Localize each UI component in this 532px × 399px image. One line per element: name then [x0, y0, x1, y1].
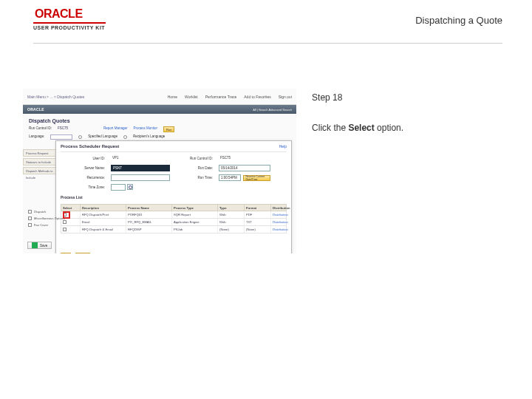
type-1[interactable]: (None) [218, 226, 245, 233]
side-tab-methods[interactable]: Dispatch Methods to Include [23, 167, 58, 174]
fax-label: Fax Cover [34, 223, 48, 227]
server-name-input[interactable]: PSNT [111, 165, 170, 171]
process-row-3: RFQ Dispatch & Email RFQDISP PSJob (None… [61, 226, 287, 233]
recurrence-label: Recurrence: [61, 176, 105, 180]
nav-worklist[interactable]: Worklist [185, 95, 198, 99]
desc-3: RFQ Dispatch & Email [81, 226, 126, 233]
nav-home[interactable]: Home [168, 95, 177, 99]
logo-underline [33, 22, 106, 24]
side-tab-process-request[interactable]: Process Request [23, 149, 58, 157]
type-2[interactable]: Web [218, 219, 245, 225]
step-text-prefix: Click the [312, 123, 348, 133]
run-time-input[interactable]: 1:00:54PM [219, 174, 241, 181]
pname-2: PO_RFQ_EMAIL [126, 219, 172, 225]
run-control-label: Run Control ID: [29, 126, 52, 132]
save-button[interactable]: Save [27, 242, 52, 249]
product-name: USER PRODUCTIVITY KIT [33, 25, 106, 30]
nav-fav[interactable]: Add to Favorites [244, 95, 270, 99]
ptype-2: Application Engine [172, 219, 218, 225]
reset-datetime-button[interactable]: Reset to Current Date/Time [243, 175, 271, 181]
specified-lang-label: Specified Language [88, 134, 117, 140]
app-brand-search[interactable]: All | Search Advanced Search [253, 108, 292, 112]
ok-button[interactable]: OK [61, 253, 71, 254]
step-label: Step 18 [312, 92, 502, 103]
recipient-lang-radio[interactable] [123, 135, 127, 139]
oracle-logo: ORACLE [33, 7, 106, 21]
step-text-suffix: option. [375, 123, 403, 133]
run-ctrl-value2: FSC75 [219, 155, 270, 162]
user-id-label: User ID: [61, 157, 105, 160]
app-brand-text: ORACLE [27, 107, 44, 112]
dist-1[interactable]: Distribution [271, 211, 297, 218]
highlight-marker [63, 211, 70, 219]
modal-title: Process Scheduler Request [56, 141, 291, 150]
run-ctrl-label2: Run Control ID: [176, 157, 213, 160]
run-time-label: Run Time: [176, 176, 213, 180]
pname-1: PORFQ01 [126, 211, 172, 218]
app-top-nav: Home Worklist Performance Trace Add to F… [168, 95, 292, 99]
nav-signout[interactable]: Sign out [279, 95, 292, 99]
dist-2[interactable]: Distribution [271, 219, 297, 225]
dispatch-label: Dispatch [34, 210, 46, 214]
app-breadcrumb-bar: Main Menu > ... > Dispatch Quotes Home W… [23, 89, 296, 105]
desc-2: Email [81, 219, 126, 225]
run-date-input[interactable]: 05/14/2014 [219, 165, 270, 171]
dist-3[interactable]: Distribution [271, 226, 297, 233]
language-label: Language: [29, 134, 44, 140]
cancel-button[interactable]: Cancel [75, 253, 90, 254]
modal-divider [61, 151, 287, 152]
format-2[interactable]: TXT [245, 219, 271, 225]
server-name-label: Server Name: [61, 166, 105, 170]
recurrence-input[interactable] [111, 174, 170, 181]
breadcrumb[interactable]: Main Menu > ... > Dispatch Quotes [27, 95, 84, 99]
process-scheduler-modal: Process Scheduler Request Help User ID: … [55, 140, 292, 254]
modal-help-link[interactable]: Help [279, 144, 287, 149]
specified-lang-radio[interactable] [78, 135, 82, 139]
side-sections: Process Request Statuses to Include Disp… [23, 149, 58, 174]
brand-block: ORACLE USER PRODUCTIVITY KIT [33, 7, 106, 30]
nav-trace[interactable]: Performance Trace [205, 95, 237, 99]
process-row-2: Email PO_RFQ_EMAIL Application Engine We… [61, 219, 287, 226]
report-manager-link[interactable]: Report Manager [103, 126, 128, 132]
run-date-label: Run Date: [176, 166, 213, 170]
side-tab-statuses[interactable]: Statuses to Include [23, 158, 58, 166]
format-1[interactable]: PDF [245, 211, 271, 218]
process-monitor-link[interactable]: Process Monitor [134, 126, 158, 132]
timezone-label: Time Zone: [61, 185, 105, 189]
timezone-lookup-icon[interactable] [127, 184, 133, 190]
misc-label: Miscellaneous Options [34, 216, 65, 220]
step-text-bold: Select [348, 123, 374, 133]
app-screenshot: Main Menu > ... > Dispatch Quotes Home W… [22, 88, 297, 254]
run-button[interactable]: Run [163, 126, 174, 132]
dispatch-checkbox[interactable] [28, 210, 32, 214]
page-title: Dispatching a Quote [415, 15, 502, 26]
run-control-value: FSC75 [58, 126, 68, 132]
misc-checkbox[interactable] [28, 216, 32, 220]
oracle-text: ORACLE [35, 7, 83, 21]
fax-checkbox[interactable] [28, 223, 32, 227]
user-id-value: VP1 [111, 155, 170, 162]
pname-3: RFQDISP [126, 226, 172, 233]
save-icon [32, 242, 38, 248]
app-brand-bar: ORACLE All | Search Advanced Search [23, 105, 296, 114]
desc-1: RFQ Dispatch/Print [81, 211, 126, 218]
process-list-header: Select Description Process Name Process … [61, 204, 287, 211]
select-checkbox-3[interactable] [63, 228, 66, 231]
process-list-heading: Process List [61, 195, 287, 200]
ptype-3: PSJob [172, 226, 218, 233]
process-row-1: RFQ Dispatch/Print PORFQ01 SQR Report We… [61, 211, 287, 219]
ptype-1: SQR Report [172, 211, 218, 218]
instruction-panel: Step 18 Click the Select option. [312, 88, 502, 254]
type-1[interactable]: Web [218, 211, 245, 218]
step-text: Click the Select option. [312, 122, 502, 134]
timezone-input[interactable] [111, 184, 126, 191]
language-select[interactable] [50, 134, 72, 140]
dispatch-title: Dispatch Quotes [29, 118, 290, 123]
recipient-lang-label: Recipient's Language [133, 134, 165, 140]
